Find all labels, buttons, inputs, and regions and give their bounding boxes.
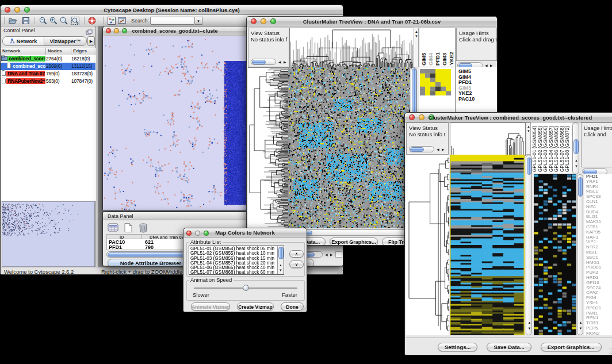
search-dropdown-button[interactable]: ▼ [195,17,202,25]
column-label: GPL51-04 (GSM857) [549,126,554,172]
view-status-hscroll[interactable] [409,146,434,152]
scroll-left-arrow[interactable]: ◀ [278,60,281,64]
network-overview-thumbnail[interactable] [2,201,95,267]
dialog-buttons: Animate VizmapCreate VizmapDone [191,302,304,311]
status-right: Middle- [166,269,184,275]
search-input[interactable] [150,17,195,25]
correlation-matrix[interactable] [420,69,451,95]
zoom-fit-icon[interactable] [71,16,80,28]
column-labels: GIM5GIM4PFD1GIM3YKE2PAC10 [419,28,456,67]
new-attribute-icon[interactable] [123,223,134,235]
treeview1-title: ClusterMaker TreeView : DNA and Tran 07-… [247,17,497,26]
heatmap-vscroll[interactable]: ▲▼ [526,155,532,335]
column-labels: GPL51-01 (GSM854)GPL51-02 (GSM855)GPL51-… [531,122,572,174]
scroll-right-arrow[interactable]: ▶ [330,253,333,256]
move-up-button[interactable]: ∧ [289,250,304,258]
selected-vscroll[interactable]: ▲▼ [577,174,583,335]
help-lifering-icon[interactable] [87,16,97,28]
treeview1-titlebar[interactable]: ClusterMaker TreeView : DNA and Tran 07-… [247,17,497,26]
labels-vscroll[interactable]: ▲▼ [572,122,579,174]
dialog-button[interactable]: Animate Vizmap [191,302,230,311]
move-down-button[interactable]: ∨ [289,260,304,268]
network-row[interactable]: combined_scores 2764(0) 16218(0) [1,55,95,63]
gene-label[interactable]: MON2 [584,331,612,335]
control-panel-header: Control Panel [3,28,35,33]
treeview-button[interactable]: Export Graphics... [541,343,602,351]
search-label: Search: [131,18,149,24]
selected-genes-heatmap[interactable] [534,174,576,335]
column-label: GPL51-06 (GSM865) [554,126,559,172]
faster-label: Faster [282,292,297,298]
tab-network[interactable]: Network [3,37,44,45]
network-frame-titlebar[interactable]: combined_scores_good.txt--cluste [103,26,247,36]
attribute-select-icon[interactable] [108,223,119,235]
col-nodes[interactable]: Nodes [46,48,71,55]
animation-speed-label: Animation Speed [189,277,234,283]
scroll-left-arrow[interactable]: ◀ [325,253,328,256]
column-label: GIM5 [421,53,427,66]
treeview2-buttons: Settings...Save Data...Export Graphics..… [438,343,602,351]
network-canvas[interactable] [103,36,247,211]
row-dendrogram[interactable] [406,155,449,335]
treeview2-window: ClusterMaker TreeView : combined_scores_… [404,112,612,355]
resize-grip[interactable] [300,305,306,311]
open-folder-icon[interactable] [8,16,17,28]
usage-hints-text: Click and drag to [459,36,497,43]
heatmap[interactable] [288,67,410,228]
scroll-right-arrow[interactable]: ▶ [442,148,445,151]
scroll-right-arrow[interactable]: ▶ [284,60,286,64]
zoom-in-icon[interactable] [49,16,58,28]
col-network[interactable]: Network [1,48,46,55]
heatmap[interactable] [450,155,525,335]
control-panel: Control Panel Network VizMapper™ ▶ Netwo… [1,26,96,267]
column-label: YKE2 [449,52,454,66]
treeview-button[interactable]: Save Data... [487,343,531,351]
view-status-text: No status info f [251,36,287,43]
network-row[interactable]: RNAPuberNov2+ 563(0) 107847(0) [1,78,95,85]
network-row-selected[interactable]: combined_sco 2569(6) 13112(15) [1,63,95,70]
view-status-title: View Status [409,125,438,131]
data-panel-title: Data Panel [108,213,133,219]
treeview-button[interactable]: Settings... [438,343,477,351]
column-label: GPL51-08 (GSM872) [565,126,570,172]
tab-vizmapper-label: VizMapper™ [50,39,81,44]
treeview2-title: ClusterMaker TreeView : combined_scores_… [405,113,612,122]
zoom-out-icon[interactable] [39,16,48,28]
resize-grip[interactable] [609,348,612,354]
dendro-scroll-strip[interactable]: ▲▼ [414,28,419,67]
status-left: Welcome to Cytoscape 2.6.2 [4,269,74,275]
dialog-titlebar[interactable]: Map Colors to Network [183,228,307,237]
column-dendrogram[interactable] [450,122,526,156]
resize-grip[interactable] [337,269,343,274]
tab-vizmapper[interactable]: VizMapper™ [44,37,86,45]
delete-attribute-icon[interactable] [137,223,149,235]
network-row[interactable]: DNA and Tran 07 769(0) 183728(0) [1,70,95,78]
node-attribute-browser-tab[interactable]: Node Attribute Browser [108,259,194,266]
usage-hints-text: Click and [584,131,606,137]
speed-slider-thumb[interactable] [243,285,249,291]
row-dendrogram[interactable] [248,67,288,229]
col-edges[interactable]: Edges [71,48,96,55]
gene-list: PFD1YRA1RNR4MSL1SPC98CLN1NIS1BUD4ELG1MAK… [584,174,612,335]
treeview2-titlebar[interactable]: ClusterMaker TreeView : combined_scores_… [405,113,612,122]
dialog-button[interactable]: Create Vizmap [237,302,274,311]
zoom-selected-icon[interactable] [59,16,68,28]
attribute-list: GPL51-01 (GSM854) heat shock 05 minGPL51… [189,246,284,275]
usage-hints-title: Usage Hints [459,30,489,36]
more-tabs-button[interactable]: ▶ [87,36,95,46]
column-label: GPL51-07 (GSM868) [560,126,565,172]
view-status-hscroll[interactable] [251,59,276,65]
matrix-label: PAC10 [458,97,497,102]
usage-hints-panel: Usage HintsClick and drag to [456,28,497,61]
attribute-list-vscroll[interactable]: ▲▼ [277,246,284,274]
network-list-header: Network Nodes Edges [1,48,96,55]
dialog-title: Map Colors to Network [183,228,307,237]
column-dendrogram[interactable] [289,28,415,68]
attribute-item[interactable]: GPL51-07 (GSM868) heat shock 60 min [189,270,284,275]
dendro-scroll-strip[interactable]: ▲▼ [526,122,531,155]
treeview-button[interactable]: Export Graphics... [330,237,378,246]
column-label: GPL51-02 (GSM855) [538,126,543,172]
main-titlebar[interactable]: Cytoscape Desktop (Session Name: collins… [1,5,343,15]
save-icon[interactable] [21,16,30,28]
scroll-left-arrow[interactable]: ◀ [437,148,439,151]
